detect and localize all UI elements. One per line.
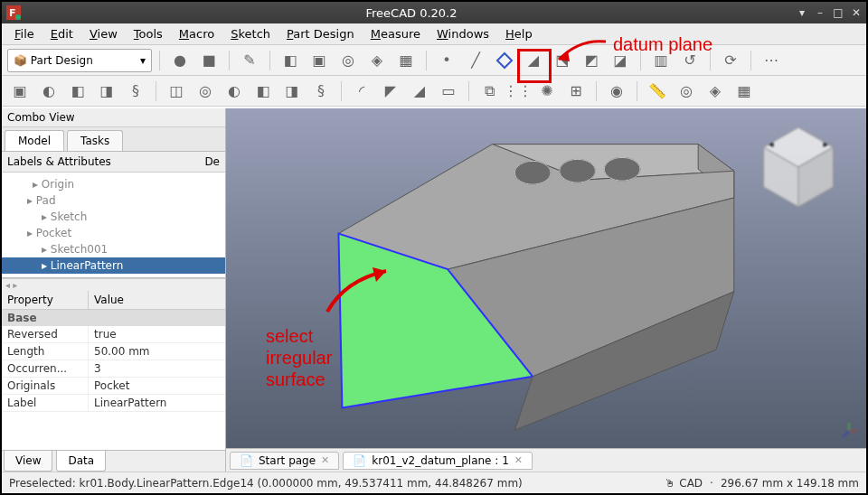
menu-view[interactable]: View xyxy=(82,25,125,42)
minimize-button[interactable]: – xyxy=(814,6,826,19)
tool-icon[interactable]: ▦ xyxy=(393,48,419,73)
point-icon[interactable]: • xyxy=(434,48,459,73)
status-preselect: Preselected: kr01.Body.LinearPattern.Edg… xyxy=(9,477,523,490)
tool-icon[interactable]: § xyxy=(308,79,334,104)
tool-icon[interactable]: ↺ xyxy=(677,48,703,73)
doc-tab[interactable]: 📄kr01_v2_datum_plane : 1✕ xyxy=(343,452,533,470)
edit-icon[interactable]: ✎ xyxy=(237,48,262,73)
close-icon[interactable]: ✕ xyxy=(321,454,329,466)
chevron-down-icon: ▾ xyxy=(140,54,146,67)
boolean-icon[interactable]: ◉ xyxy=(604,79,629,104)
menu-sketch[interactable]: Sketch xyxy=(223,25,278,42)
prop-row[interactable]: Length50.00 mm xyxy=(2,343,225,360)
hide-button[interactable]: ▾ xyxy=(796,6,808,19)
tree-header: Labels & Attributes De xyxy=(2,152,225,173)
mirror-icon[interactable]: ⧉ xyxy=(476,79,502,104)
pad-icon[interactable]: ▣ xyxy=(7,79,33,104)
status-dimensions: 296.67 mm x 149.18 mm xyxy=(721,477,859,490)
tree-item-sketch001[interactable]: ▸ Sketch001 xyxy=(2,241,225,257)
menu-file[interactable]: File xyxy=(7,25,42,42)
tool-icon[interactable]: ◎ xyxy=(674,79,699,104)
titlebar: F FreeCAD 0.20.2 ▾ – □ ✕ xyxy=(2,2,866,23)
prop-row[interactable]: Occurren...3 xyxy=(2,360,225,378)
navigation-cube[interactable]: ◂▸ xyxy=(749,117,848,217)
prop-key: Occurren... xyxy=(2,360,89,377)
tool-icon[interactable]: ◈ xyxy=(364,48,390,73)
status-navmode[interactable]: CAD xyxy=(679,477,703,490)
menu-measure[interactable]: Measure xyxy=(363,25,428,42)
prop-value[interactable]: Pocket xyxy=(89,378,135,394)
menu-tools[interactable]: Tools xyxy=(127,25,170,42)
loft-icon[interactable]: ◧ xyxy=(65,79,90,104)
model-tree[interactable]: ▸ Origin▸ Pad▸ Sketch▸ Pocket▸ Sketch001… xyxy=(2,173,225,278)
line-icon[interactable]: ╱ xyxy=(463,48,488,73)
menu-macro[interactable]: Macro xyxy=(172,25,222,42)
tool-icon[interactable]: ◨ xyxy=(279,79,305,104)
svg-marker-38 xyxy=(559,51,570,61)
menubar: FileEditViewToolsMacroSketchPart DesignM… xyxy=(2,23,866,45)
menu-windows[interactable]: Windows xyxy=(429,25,496,42)
tool-icon[interactable]: ▦ xyxy=(731,79,757,104)
prop-key: Length xyxy=(2,343,89,360)
pocket-icon[interactable]: ◫ xyxy=(164,79,189,104)
tree-item-pocket[interactable]: ▸ Pocket xyxy=(2,225,225,241)
tree-item-linearpattern[interactable]: ▸ LinearPattern xyxy=(2,257,225,274)
prop-tab-data[interactable]: Data xyxy=(56,451,106,472)
draft-icon[interactable]: ◢ xyxy=(407,79,432,104)
annotation-datum-box xyxy=(517,49,552,83)
prop-tab-view[interactable]: View xyxy=(4,451,52,472)
chamfer-icon[interactable]: ◤ xyxy=(378,79,403,104)
thickness-icon[interactable]: ▭ xyxy=(436,79,461,104)
doc-tab[interactable]: 📄Start page✕ xyxy=(230,452,339,470)
prop-row[interactable]: LabelLinearPattern xyxy=(2,395,225,412)
tool-icon[interactable]: ⋯ xyxy=(759,48,784,73)
svg-marker-28 xyxy=(514,292,733,430)
tree-item-pad[interactable]: ▸ Pad xyxy=(2,192,225,209)
doc-tab-label: kr01_v2_datum_plane : 1 xyxy=(372,454,508,467)
prop-value[interactable]: 3 xyxy=(89,360,107,377)
helix-icon[interactable]: § xyxy=(123,79,148,104)
menu-edit[interactable]: Edit xyxy=(43,25,80,42)
prop-row[interactable]: OriginalsPocket xyxy=(2,378,225,395)
window-title: FreeCAD 0.20.2 xyxy=(27,6,796,20)
document-tabs: 📄Start page✕📄kr01_v2_datum_plane : 1✕ xyxy=(226,448,866,472)
multi-transform-icon[interactable]: ⊞ xyxy=(563,79,589,104)
fillet-icon[interactable]: ◜ xyxy=(349,79,374,104)
menu-part-design[interactable]: Part Design xyxy=(279,25,362,42)
menu-help[interactable]: Help xyxy=(498,25,540,42)
tool-icon[interactable]: ◈ xyxy=(703,79,728,104)
revolution-icon[interactable]: ◐ xyxy=(36,79,61,104)
axis-indicator-icon xyxy=(839,421,859,441)
workbench-selector[interactable]: 📦 Part Design ▾ xyxy=(7,49,152,72)
measure-icon[interactable]: 📏 xyxy=(645,79,670,104)
record-icon[interactable]: ● xyxy=(167,48,193,73)
prop-value[interactable]: true xyxy=(89,326,122,342)
tool-icon[interactable]: ⟳ xyxy=(718,48,743,73)
groove-icon[interactable]: ◐ xyxy=(222,79,247,104)
hole-icon[interactable]: ◎ xyxy=(193,79,218,104)
datum-plane-icon[interactable] xyxy=(492,48,517,73)
maximize-button[interactable]: □ xyxy=(832,6,844,19)
close-icon[interactable]: ✕ xyxy=(514,454,523,466)
combo-tab-tasks[interactable]: Tasks xyxy=(67,130,123,151)
prop-row[interactable]: Reversedtrue xyxy=(2,326,225,343)
tree-item-sketch[interactable]: ▸ Sketch xyxy=(2,209,225,225)
property-col-value: Value xyxy=(89,291,129,309)
prop-value[interactable]: 50.00 mm xyxy=(89,343,156,360)
stop-icon[interactable]: ■ xyxy=(196,48,222,73)
tool-icon[interactable]: ▥ xyxy=(648,48,674,73)
close-button[interactable]: ✕ xyxy=(850,6,863,19)
tree-scrollbar[interactable]: ◂ ▸ xyxy=(2,278,225,291)
annotation-arrow-datum xyxy=(552,34,615,70)
tool-icon[interactable]: ◧ xyxy=(250,79,276,104)
sketch-icon[interactable]: ▣ xyxy=(307,48,332,73)
tree-item-origin[interactable]: ▸ Origin xyxy=(2,176,225,192)
combo-view-title: Combo View xyxy=(2,108,225,127)
prop-value[interactable]: LinearPattern xyxy=(89,395,172,411)
sweep-icon[interactable]: ◨ xyxy=(94,79,119,104)
body-icon[interactable]: ◧ xyxy=(278,48,303,73)
tool-icon[interactable]: ◎ xyxy=(335,48,361,73)
combo-tab-model[interactable]: Model xyxy=(5,130,64,151)
prop-group-base: Base xyxy=(2,310,225,326)
toolbar-row-1: 📦 Part Design ▾ ● ■ ✎ ◧ ▣ ◎ ◈ ▦ • ╱ ◢ ⬔ … xyxy=(2,45,866,76)
